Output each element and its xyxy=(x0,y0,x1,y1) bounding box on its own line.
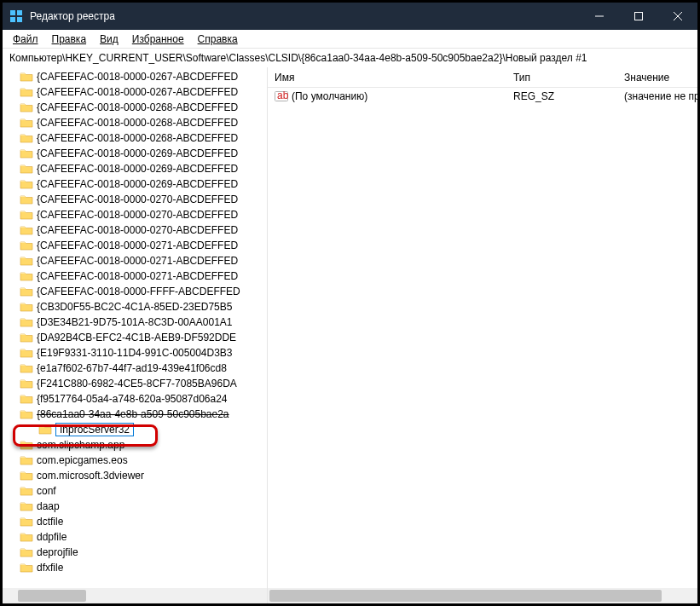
folder-icon xyxy=(20,286,33,297)
tree-item[interactable]: dfxfile xyxy=(4,560,267,575)
tree-item-label: {CAFEEFAC-0018-0000-0267-ABCDEFFED xyxy=(37,71,238,83)
tree-item[interactable]: {CAFEEFAC-0018-0000-0269-ABCDEFFED xyxy=(4,146,267,161)
folder-icon xyxy=(20,516,33,528)
tree-item[interactable]: {CAFEEFAC-0018-0000-0270-ABCDEFFED xyxy=(4,207,267,222)
folder-icon xyxy=(20,531,33,543)
folder-icon xyxy=(20,209,33,221)
tree-item-label: {CAFEEFAC-0018-0000-FFFF-ABCDEFFED xyxy=(37,286,240,297)
close-button[interactable] xyxy=(658,3,697,30)
tree-item-label: {CAFEEFAC-0018-0000-0268-ABCDEFFED xyxy=(37,117,238,129)
tree-item-label: {CB3D0F55-BC2C-4C1A-85ED-23ED75B5 xyxy=(37,301,232,313)
tree-item[interactable]: com.epicgames.eos xyxy=(4,453,267,468)
svg-rect-2 xyxy=(10,17,15,22)
folder-icon xyxy=(20,393,33,405)
tree-item[interactable]: {CAFEEFAC-0018-0000-0267-ABCDEFFED xyxy=(4,69,267,84)
tree-item-label: {CAFEEFAC-0018-0000-0269-ABCDEFFED xyxy=(37,163,238,175)
tree-item-label: {CAFEEFAC-0018-0000-0271-ABCDEFFED xyxy=(37,255,238,267)
folder-icon xyxy=(20,147,33,159)
tree-item-label: deprojfile xyxy=(37,546,78,558)
folder-icon xyxy=(20,178,33,190)
tree-item[interactable]: {F241C880-6982-4CE5-8CF7-7085BA96DA xyxy=(4,376,267,391)
folder-icon xyxy=(20,470,33,482)
values-body[interactable]: ab(По умолчанию)REG_SZ(значение не присв… xyxy=(268,88,697,588)
tree-item[interactable]: ddpfile xyxy=(4,529,267,545)
folder-icon xyxy=(20,408,33,420)
tree-item-label: {CAFEEFAC-0018-0000-0271-ABCDEFFED xyxy=(37,240,238,251)
folder-icon xyxy=(20,301,33,313)
tree-item[interactable]: com.clipchamp.app xyxy=(4,437,267,453)
tree-item[interactable]: {CAFEEFAC-0018-0000-0268-ABCDEFFED xyxy=(4,115,267,130)
tree-item[interactable]: {CAFEEFAC-0018-0000-0271-ABCDEFFED xyxy=(4,253,267,268)
folder-icon xyxy=(20,347,33,359)
values-horizontal-scrollbar[interactable] xyxy=(268,588,697,603)
tree-item-label: com.microsoft.3dviewer xyxy=(37,470,144,482)
tree-item[interactable]: conf xyxy=(4,483,267,499)
value-row[interactable]: ab(По умолчанию)REG_SZ(значение не присв… xyxy=(268,88,697,105)
tree-item[interactable]: dctfile xyxy=(4,514,267,529)
rename-input[interactable]: InprocServer32 xyxy=(55,423,134,436)
folder-icon xyxy=(20,101,33,113)
path-text: Компьютер\HKEY_CURRENT_USER\Software\Cla… xyxy=(9,52,587,64)
tree-item-editing[interactable]: InprocServer32 xyxy=(4,422,267,437)
tree-item[interactable]: {CAFEEFAC-0018-0000-0269-ABCDEFFED xyxy=(4,161,267,176)
tree-item[interactable]: deprojfile xyxy=(4,545,267,560)
menu-edit[interactable]: Правка xyxy=(45,32,94,47)
folder-icon xyxy=(38,424,52,436)
menu-file[interactable]: Файл xyxy=(6,32,45,47)
folder-icon xyxy=(20,316,33,328)
tree-item[interactable]: {D3E34B21-9D75-101A-8C3D-00AA001A1 xyxy=(4,315,267,330)
tree-item[interactable]: {86ca1aa0-34aa-4e8b-a509-50c905bae2a xyxy=(4,407,267,422)
tree-item[interactable]: {CB3D0F55-BC2C-4C1A-85ED-23ED75B5 xyxy=(4,299,267,315)
column-header-value[interactable]: Значение xyxy=(617,68,697,87)
menu-help[interactable]: Справка xyxy=(191,32,245,47)
svg-rect-1 xyxy=(17,10,22,15)
tree-item[interactable]: {CAFEEFAC-0018-0000-0268-ABCDEFFED xyxy=(4,130,267,146)
menu-bar: Файл Правка Вид Избранное Справка xyxy=(3,30,697,49)
svg-text:ab: ab xyxy=(277,90,288,101)
tree-item[interactable]: daap xyxy=(4,499,267,514)
tree-item[interactable]: {CAFEEFAC-0018-0000-FFFF-ABCDEFFED xyxy=(4,284,267,299)
scrollbar-thumb[interactable] xyxy=(269,590,662,602)
tree-item[interactable]: {CAFEEFAC-0018-0000-0270-ABCDEFFED xyxy=(4,222,267,238)
folder-icon xyxy=(20,485,33,497)
tree-item-label: {CAFEEFAC-0018-0000-0271-ABCDEFFED xyxy=(37,270,238,282)
folder-icon xyxy=(20,132,33,144)
tree-item[interactable]: {DA92B4CB-EFC2-4C1B-AEB9-DF592DDE xyxy=(4,330,267,345)
folder-icon xyxy=(20,454,33,466)
column-header-type[interactable]: Тип xyxy=(506,68,617,87)
svg-rect-0 xyxy=(10,10,15,15)
minimize-button[interactable] xyxy=(580,3,619,30)
value-data: (значение не присво xyxy=(624,90,697,102)
tree-item[interactable]: {CAFEEFAC-0018-0000-0269-ABCDEFFED xyxy=(4,176,267,192)
folder-icon xyxy=(20,546,33,558)
folder-icon xyxy=(20,255,33,267)
tree-item-label: com.clipchamp.app xyxy=(37,439,124,451)
tree-item[interactable]: {CAFEEFAC-0018-0000-0271-ABCDEFFED xyxy=(4,268,267,284)
folder-icon xyxy=(20,193,33,205)
tree-item[interactable]: {CAFEEFAC-0018-0000-0270-ABCDEFFED xyxy=(4,192,267,207)
values-header: Имя Тип Значение xyxy=(268,67,697,88)
tree-item-label: {e1a7f602-67b7-44f7-ad19-439e41f06cd8 xyxy=(37,362,227,374)
tree-item[interactable]: com.microsoft.3dviewer xyxy=(4,468,267,483)
tree-item-label: {CAFEEFAC-0018-0000-0270-ABCDEFFED xyxy=(37,224,238,236)
address-bar[interactable]: Компьютер\HKEY_CURRENT_USER\Software\Cla… xyxy=(3,49,697,67)
window-title: Редактор реестра xyxy=(30,10,580,22)
column-header-name[interactable]: Имя xyxy=(268,68,506,87)
menu-view[interactable]: Вид xyxy=(93,32,125,47)
tree-item[interactable]: {CAFEEFAC-0018-0000-0271-ABCDEFFED xyxy=(4,238,267,253)
tree-list[interactable]: {CAFEEFAC-0018-0000-0267-ABCDEFFED{CAFEE… xyxy=(3,67,267,588)
tree-item-label: {D3E34B21-9D75-101A-8C3D-00AA001A1 xyxy=(37,316,232,328)
maximize-button[interactable] xyxy=(619,3,658,30)
string-value-icon: ab xyxy=(275,90,288,102)
tree-item[interactable]: {E19F9331-3110-11D4-991C-005004D3B3 xyxy=(4,345,267,361)
tree-item[interactable]: {e1a7f602-67b7-44f7-ad19-439e41f06cd8 xyxy=(4,361,267,376)
tree-item[interactable]: {CAFEEFAC-0018-0000-0267-ABCDEFFED xyxy=(4,84,267,100)
scrollbar-thumb[interactable] xyxy=(18,590,86,602)
folder-icon xyxy=(20,117,33,129)
tree-horizontal-scrollbar[interactable] xyxy=(3,588,267,603)
tree-item[interactable]: {CAFEEFAC-0018-0000-0268-ABCDEFFED xyxy=(4,100,267,115)
svg-rect-5 xyxy=(635,13,643,20)
tree-item[interactable]: {f9517764-05a4-a748-620a-95087d06a24 xyxy=(4,391,267,407)
menu-favorites[interactable]: Избранное xyxy=(125,32,191,47)
tree-item-label: {CAFEEFAC-0018-0000-0267-ABCDEFFED xyxy=(37,86,238,98)
